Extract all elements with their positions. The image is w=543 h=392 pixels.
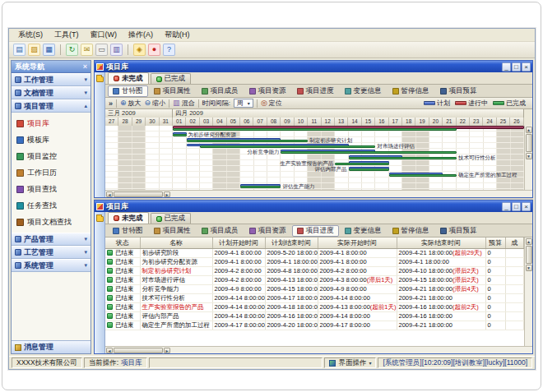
project-table-row[interactable]: 已结束确定生产所需的加工过程2009-4-17 8:00:002009-4-20… (105, 321, 524, 330)
scroll-right-icon[interactable] (164, 348, 170, 353)
column-header-actual-start[interactable]: 实际开始时间 (318, 238, 397, 248)
view-tab-properties[interactable]: 项目属性 (149, 85, 196, 97)
view-tab-pauses[interactable]: 暂停信息 (388, 225, 434, 237)
scroll-left-icon[interactable] (106, 191, 113, 197)
sidebar-item-task-search[interactable]: 任务查找 (14, 199, 88, 212)
window-titlebar[interactable]: 项目库 _ □ × (95, 201, 532, 212)
scroll-down-icon[interactable] (526, 153, 532, 159)
gantt-task-row[interactable] (105, 126, 524, 131)
sidebar-item-project-doc-search[interactable]: 项目文档查找 (14, 215, 88, 228)
view-tab-progress[interactable]: 项目进度 (292, 85, 339, 97)
task-bar-actual[interactable] (173, 128, 457, 131)
scroll-thumb[interactable] (526, 246, 532, 264)
interval-select[interactable]: 周 (234, 99, 253, 108)
scroll-down-icon[interactable] (526, 265, 532, 271)
maximize-button[interactable]: □ (512, 62, 521, 71)
scroll-up-icon[interactable] (526, 127, 532, 133)
scroll-right-icon[interactable] (164, 191, 170, 197)
menu-system[interactable]: 系统(S) (12, 29, 49, 41)
interface-mode-dropdown[interactable]: 界面操作 ▾ (324, 357, 376, 368)
column-header-cost[interactable]: 成 (505, 238, 524, 248)
gantt-task-row[interactable]: 确定生产所需的加工过程 (105, 172, 524, 178)
project-folder-strip[interactable] (95, 72, 105, 197)
view-tab-resources[interactable]: 项目资源 (244, 225, 291, 237)
maximize-button[interactable]: □ (512, 202, 521, 211)
gantt-task-row[interactable]: 评估内部产品 (105, 166, 524, 172)
menu-action[interactable]: 操作(A) (123, 29, 159, 41)
view-tab-pauses[interactable]: 暂停信息 (388, 85, 434, 97)
scroll-thumb[interactable] (114, 348, 163, 353)
column-header-actual-end[interactable]: 实际结束时间 (397, 238, 485, 248)
view-tab-members[interactable]: 项目成员 (197, 85, 244, 97)
column-header-name[interactable]: 名称 (140, 238, 212, 248)
gantt-task-row[interactable]: 制定初步研究计划 (105, 137, 524, 143)
menu-window[interactable]: 窗口(W) (85, 29, 123, 41)
table-vertical-scrollbar[interactable] (524, 238, 532, 346)
view-tab-changes[interactable]: 变更信息 (340, 85, 387, 97)
task-bar-actual[interactable] (173, 134, 186, 136)
view-tab-budget[interactable]: 项目预算 (435, 85, 482, 97)
status-tab-finished[interactable]: 已完成 (151, 73, 192, 84)
chart-icon[interactable]: ▥ (110, 44, 123, 56)
stop-icon[interactable]: ● (148, 44, 160, 56)
task-bar-actual[interactable] (281, 151, 456, 154)
view-tab-budget[interactable]: 项目预算 (435, 225, 482, 237)
save-icon[interactable]: ▦ (43, 44, 55, 56)
mail-icon[interactable]: ✉ (81, 44, 93, 56)
lock-icon[interactable]: ◈ (133, 44, 146, 56)
sidebar-section-process[interactable]: 工艺管理▾ (12, 246, 90, 259)
menu-help[interactable]: 帮助(H) (159, 29, 196, 41)
view-tab-progress[interactable]: 项目进度 (292, 225, 339, 237)
status-tab-finished[interactable]: 已完成 (151, 213, 192, 224)
refresh-icon[interactable]: ↻ (66, 44, 78, 56)
sidebar-section-document[interactable]: 文档管理▾ (12, 86, 90, 99)
table-horizontal-scrollbar[interactable] (105, 346, 532, 353)
sidebar-section-system-admin[interactable]: 系统管理▾ (12, 259, 90, 272)
new-doc-icon[interactable]: ▤ (13, 44, 26, 56)
view-tab-gantt[interactable]: 甘特图 (108, 225, 148, 237)
project-table-row[interactable]: 已结束为初步研究分配资源2009-4-1 8:00:002009-4-1 18:… (105, 257, 524, 266)
column-header-plan-start[interactable]: 计划开始时间 (212, 238, 265, 248)
mix-button[interactable]: 混合 (173, 99, 195, 108)
gantt-task-row[interactable]: 评估生产能力 (105, 183, 524, 189)
task-bar-actual[interactable] (349, 168, 389, 171)
view-tab-resources[interactable]: 项目资源 (244, 85, 291, 97)
sidebar-item-work-calendar[interactable]: 工作日历 (14, 166, 88, 179)
locate-button[interactable]: 定位 (261, 99, 282, 108)
task-bar-actual[interactable] (335, 163, 389, 165)
gantt-task-row[interactable]: 生产实验室报告的产品 (105, 160, 524, 166)
sidebar-item-project-monitor[interactable]: 项目监控 (14, 150, 88, 163)
menu-tools[interactable]: 工具(T) (49, 29, 85, 41)
task-bar-actual[interactable] (200, 145, 375, 148)
gantt-task-row[interactable]: 技术可行性分析 (105, 154, 524, 160)
gantt-horizontal-scrollbar[interactable] (105, 190, 532, 197)
sidebar-tab-message-management[interactable]: 消息管理 (12, 340, 90, 353)
window-titlebar[interactable]: 项目库 _ □ × (95, 61, 532, 72)
open-folder-icon[interactable]: ▨ (28, 44, 40, 56)
gantt-task-row[interactable]: 对市场进行评估 (105, 143, 524, 149)
gantt-vertical-scrollbar[interactable] (524, 126, 532, 190)
sidebar-close-icon[interactable]: × (83, 62, 87, 71)
sidebar-item-project-search[interactable]: 项目查找 (14, 182, 88, 196)
print-icon[interactable]: ▭ (95, 44, 108, 56)
project-table-row[interactable]: 已结束生产实验室报告的产品2009-4-14 8:00:002009-4-18 … (105, 302, 524, 311)
sidebar-section-product[interactable]: 产品管理▾ (12, 233, 90, 246)
project-table-row[interactable]: 已结束分析竞争能力2009-4-9 8:00:002009-4-15 18:00… (105, 284, 524, 293)
view-tab-properties[interactable]: 项目属性 (149, 225, 196, 237)
project-folder-strip[interactable] (95, 212, 105, 353)
task-bar-actual[interactable] (240, 186, 281, 188)
sidebar-section-work[interactable]: 工作管理▾ (12, 73, 90, 86)
zoom-in-button[interactable]: 放大 (120, 99, 142, 108)
scroll-up-icon[interactable] (526, 238, 532, 245)
scroll-thumb[interactable] (114, 191, 163, 197)
gantt-task-row[interactable]: 分析竞争能力 (105, 149, 524, 154)
column-header-plan-end[interactable]: 计划结束时间 (265, 238, 318, 248)
project-table-row[interactable]: 已结束对市场进行评估2009-4-2 8:00:002009-4-13 18:0… (105, 275, 524, 284)
minimize-button[interactable]: _ (502, 202, 511, 211)
project-table-row[interactable]: 已结束技术可行性分析2009-4-14 8:00:002009-4-17 18:… (105, 293, 524, 302)
close-button[interactable]: × (522, 62, 531, 71)
sidebar-section-project[interactable]: 项目管理▴ (12, 99, 90, 113)
status-tab-unfinished[interactable]: 未完成 (108, 212, 149, 224)
task-bar-actual[interactable] (187, 140, 309, 142)
sidebar-item-project-library[interactable]: 项目库 (14, 117, 88, 130)
